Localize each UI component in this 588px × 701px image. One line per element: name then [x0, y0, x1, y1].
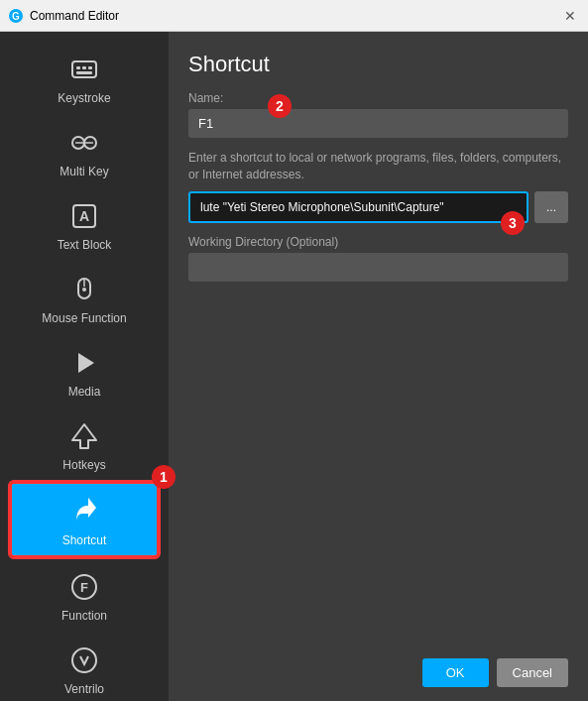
sidebar-item-media[interactable]: Media — [10, 335, 159, 407]
sidebar-label-ventrilo: Ventrilo — [64, 682, 104, 696]
shortcut-icon — [66, 494, 102, 529]
page-title: Shortcut — [188, 52, 568, 77]
media-icon — [66, 345, 102, 381]
sidebar-label-function: Function — [61, 609, 107, 623]
sidebar: Keystroke Multi Key A Text Block Mouse F… — [0, 32, 169, 701]
sidebar-item-keystroke[interactable]: Keystroke — [10, 42, 159, 113]
badge-3: 3 — [501, 211, 525, 235]
bottom-bar: OK Cancel — [169, 644, 588, 701]
sidebar-item-textblock[interactable]: A Text Block — [10, 188, 159, 260]
hotkeys-icon — [66, 418, 102, 454]
name-input[interactable] — [188, 109, 568, 138]
sidebar-label-mousefunction: Mouse Function — [42, 311, 126, 325]
ok-button[interactable]: OK — [422, 658, 489, 687]
sidebar-item-function[interactable]: F Function — [10, 559, 159, 631]
sidebar-item-hotkeys[interactable]: Hotkeys — [10, 409, 159, 480]
content-area: Shortcut Name: Enter a shortcut to local… — [169, 32, 588, 701]
svg-rect-5 — [88, 66, 92, 69]
sidebar-label-textblock: Text Block — [58, 238, 112, 252]
browse-button[interactable]: ... — [534, 191, 568, 223]
sidebar-item-shortcut[interactable]: Shortcut — [10, 482, 159, 557]
window-title: Command Editor — [30, 9, 560, 23]
working-dir-label: Working Directory (Optional) — [188, 235, 568, 249]
sidebar-label-multikey: Multi Key — [59, 165, 108, 178]
svg-point-18 — [72, 648, 96, 672]
sidebar-item-mousefunction[interactable]: Mouse Function — [10, 262, 159, 333]
shortcut-input[interactable] — [188, 191, 529, 223]
mousefunction-icon — [66, 272, 102, 307]
ventrilo-icon — [66, 643, 102, 678]
main-container: Keystroke Multi Key A Text Block Mouse F… — [0, 32, 588, 701]
badge-2: 2 — [268, 94, 292, 118]
sidebar-item-ventrilo[interactable]: Ventrilo — [10, 633, 159, 701]
help-text: Enter a shortcut to local or network pro… — [188, 150, 568, 183]
function-icon: F — [66, 569, 102, 605]
multikey-icon — [66, 125, 102, 161]
app-icon: G — [8, 8, 24, 24]
sidebar-label-hotkeys: Hotkeys — [62, 458, 105, 472]
sidebar-label-keystroke: Keystroke — [58, 91, 110, 105]
svg-rect-3 — [76, 66, 80, 69]
name-label: Name: — [188, 91, 568, 105]
svg-text:F: F — [80, 580, 88, 595]
working-dir-input[interactable] — [188, 253, 568, 282]
textblock-icon: A — [66, 198, 102, 234]
sidebar-label-media: Media — [68, 385, 101, 399]
svg-point-14 — [82, 288, 86, 292]
cancel-button[interactable]: Cancel — [497, 658, 568, 687]
sidebar-item-multikey[interactable]: Multi Key — [10, 115, 159, 186]
svg-marker-15 — [78, 353, 94, 373]
svg-text:A: A — [79, 208, 89, 224]
badge-1: 1 — [152, 465, 176, 489]
svg-rect-4 — [82, 66, 86, 69]
svg-text:G: G — [12, 11, 20, 22]
sidebar-label-shortcut: Shortcut — [62, 533, 107, 547]
keystroke-icon — [66, 52, 102, 87]
svg-rect-6 — [76, 71, 92, 74]
title-bar: G Command Editor ✕ — [0, 0, 588, 32]
close-button[interactable]: ✕ — [560, 6, 580, 26]
